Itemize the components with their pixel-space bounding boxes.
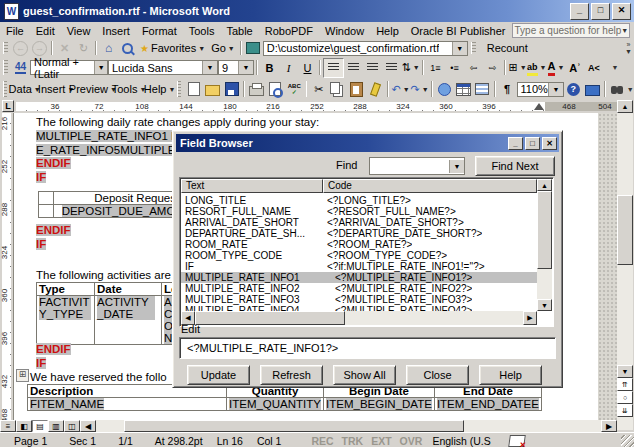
home-icon[interactable]: ⌂ <box>99 39 118 57</box>
scroll-right-icon[interactable]: ▶ <box>601 420 617 432</box>
redo-icon[interactable]: ↷▼ <box>410 80 429 98</box>
list-hscroll-thumb[interactable] <box>195 311 345 325</box>
print-preview-icon[interactable] <box>266 80 285 98</box>
toolbar-grip[interactable] <box>3 42 8 55</box>
print-icon[interactable] <box>247 80 266 98</box>
save-icon[interactable] <box>222 80 241 98</box>
outline-view-icon[interactable]: ▥ <box>48 420 64 432</box>
stop-icon[interactable]: ✕ <box>55 39 74 57</box>
field-row[interactable]: MULTIPLE_RATE_INFO3<?MULTIPLE_RATE_INFO3… <box>181 294 537 305</box>
maximize-button[interactable]: □ <box>591 3 610 20</box>
find-icon[interactable] <box>608 80 627 98</box>
menu-insert[interactable]: Insert <box>96 24 136 38</box>
scroll-up-icon[interactable]: ▲ <box>617 100 633 113</box>
field-item-begin-date[interactable]: ITEM_BEGIN_DATE <box>326 398 432 410</box>
numbered-list-icon[interactable]: 1≡ <box>426 59 445 77</box>
menu-window[interactable]: Window <box>319 24 370 38</box>
new-document-icon[interactable] <box>184 80 203 98</box>
activities-table[interactable]: Type Date Lo FACTIVITY_TYPE ACTIVITY_DAT… <box>36 282 193 345</box>
insert-table-icon[interactable] <box>454 80 473 98</box>
minimize-button[interactable]: _ <box>570 3 589 20</box>
styles-and-formatting-icon[interactable]: 44 <box>11 59 30 77</box>
field-endif[interactable]: ENDIF <box>36 224 71 236</box>
field-row[interactable]: MULTIPLE_RATE_INFO2<?MULTIPLE_RATE_INFO2… <box>181 283 537 294</box>
field-item-name[interactable]: FITEM_NAME <box>30 398 104 410</box>
show-hide-marks-icon[interactable]: ¶ <box>498 80 517 98</box>
status-trk-toggle[interactable]: TRK <box>342 435 364 447</box>
field-list[interactable]: Text Code LONG_TITLE<?LONG_TITLE?> RESOR… <box>179 177 554 327</box>
favorites-menu[interactable]: ★ Favorites▼ <box>137 39 208 57</box>
menu-tools[interactable]: Tools <box>183 24 221 38</box>
read-icon[interactable] <box>583 80 602 98</box>
format-painter-icon[interactable] <box>366 80 385 98</box>
column-header-text[interactable]: Text <box>181 179 323 193</box>
cut-icon[interactable]: ✂ <box>309 80 328 98</box>
dialog-maximize-button[interactable]: □ <box>525 137 540 150</box>
border-icon[interactable]: ⊞▼ <box>508 59 527 77</box>
field-if[interactable]: IF <box>36 238 46 250</box>
open-icon[interactable] <box>203 80 222 98</box>
dialog-minimize-button[interactable]: _ <box>508 137 523 150</box>
menu-table[interactable]: Table <box>220 24 258 38</box>
back-icon[interactable]: ← <box>11 39 30 57</box>
field-row[interactable]: RESORT_FULL_NAME<?RESORT_FULL_NAME?> <box>181 206 537 217</box>
menu-robopdf[interactable]: RoboPDF <box>259 24 319 38</box>
list-horizontal-scrollbar[interactable]: ◀ ▶ <box>181 311 537 325</box>
line-spacing-icon[interactable]: ⇅▼ <box>401 59 420 77</box>
table-move-handle-icon[interactable]: ⊞ <box>16 369 29 382</box>
close-button[interactable]: ✕ <box>612 3 631 20</box>
field-row-selected[interactable]: MULTIPLE_RATE_INFO1<?MULTIPLE_RATE_INFO1… <box>181 272 537 283</box>
previous-page-icon[interactable]: ⇈ <box>617 378 633 391</box>
horizontal-ruler[interactable]: L 36 72 108 144 180 216 252 288 324 360 … <box>0 100 617 113</box>
paste-icon[interactable] <box>347 80 366 98</box>
scroll-left-icon[interactable]: ◀ <box>80 420 96 432</box>
chevron-down-icon[interactable]: ▼ <box>452 42 467 55</box>
highlight-icon[interactable]: ab▼ <box>527 59 546 77</box>
style-combobox[interactable]: Normal + (Latir ▼ <box>30 60 108 75</box>
field-row[interactable]: LONG_TITLE<?LONG_TITLE?> <box>181 195 537 206</box>
field-if[interactable]: IF <box>36 171 46 183</box>
bip-tools-menu[interactable]: Tools▼ <box>113 80 145 98</box>
menu-view[interactable]: View <box>61 24 97 38</box>
copy-icon[interactable] <box>328 80 347 98</box>
show-web-toolbar-icon[interactable] <box>244 39 263 57</box>
next-page-icon[interactable]: ⇊ <box>617 404 633 417</box>
field-if[interactable]: IF <box>36 357 46 369</box>
edit-field-input[interactable]: <?MULTIPLE_RATE_INFO1?> <box>179 337 556 359</box>
forward-icon[interactable]: → <box>30 39 49 57</box>
font-size-combobox[interactable]: 9 ▼ <box>218 60 254 75</box>
title-bar[interactable]: W guest_confirmation.rtf - Microsoft Wor… <box>0 0 634 22</box>
chevron-down-icon[interactable]: ▼ <box>449 160 464 173</box>
field-row[interactable]: DEPARTURE_DATE_SH...<?DEPARTURE_DATE_SHO… <box>181 228 537 239</box>
menu-file[interactable]: File <box>0 24 30 38</box>
scroll-right-icon[interactable]: ▶ <box>523 311 537 325</box>
spelling-icon[interactable]: ABC✓ <box>285 80 304 98</box>
toolbar-grip[interactable] <box>471 42 476 55</box>
field-endif[interactable]: ENDIF <box>36 343 71 355</box>
italic-icon[interactable]: I <box>279 59 298 77</box>
decrease-indent-icon[interactable]: ⇦ <box>464 59 483 77</box>
field-item-end-date[interactable]: ITEM_END_DATEE <box>437 398 539 410</box>
bip-help-menu[interactable]: Help▼ <box>145 80 175 98</box>
web-layout-view-icon[interactable]: ◧ <box>16 420 32 432</box>
reading-layout-icon[interactable]: ◫ <box>64 420 80 432</box>
undo-icon[interactable]: ↶▼ <box>391 80 410 98</box>
bulleted-list-icon[interactable]: •≡ <box>445 59 464 77</box>
go-menu[interactable]: Go▼ <box>208 39 238 57</box>
horizontal-scroll-thumb[interactable] <box>124 420 464 432</box>
reserved-items-table[interactable]: Description Quantity Begin Date End Date… <box>27 384 542 411</box>
dialog-title-bar[interactable]: Field Browser _ □ ✕ <box>176 134 559 152</box>
field-row[interactable]: ROOM_TYPE_CODE<?ROOM_TYPE_CODE?> <box>181 250 537 261</box>
status-ext-toggle[interactable]: EXT <box>371 435 391 447</box>
spelling-status-icon[interactable] <box>508 435 526 447</box>
status-rec-toggle[interactable]: REC <box>311 435 333 447</box>
tab-selector[interactable]: L <box>2 100 14 112</box>
print-layout-view-icon[interactable]: ▤ <box>32 420 48 432</box>
justify-icon[interactable] <box>382 59 401 77</box>
find-combobox[interactable]: ▼ <box>369 157 465 175</box>
field-activity-type[interactable]: FACTIVITY_TYPE <box>39 296 91 320</box>
show-all-button[interactable]: Show All <box>333 365 396 385</box>
field-row[interactable]: ROOM_RATE<?ROOM_RATE?> <box>181 239 537 250</box>
shrink-font-icon[interactable]: A˂ <box>584 59 603 77</box>
underline-icon[interactable]: U <box>298 59 317 77</box>
